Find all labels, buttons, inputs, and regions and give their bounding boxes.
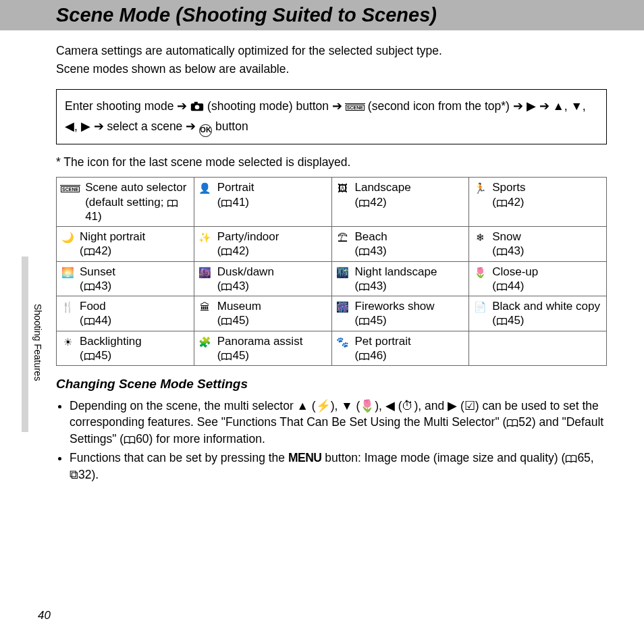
navigation-instructions: Enter shooting mode ➔ (shooting mode) bu… <box>56 89 607 144</box>
scene-mode-table: SCENEScene auto selector (default settin… <box>56 177 607 366</box>
scene-cell: 🌃Night landscape(43) <box>331 261 469 296</box>
scene-cell: 📄Black and white copy (45) <box>469 296 607 331</box>
scene-cell: ✨Party/indoor(42) <box>194 227 331 262</box>
intro: Camera settings are automatically optimi… <box>56 43 607 77</box>
scene-mode-icon: SCENE <box>346 105 365 111</box>
scene-cell: ☀Backlighting(45) <box>57 331 194 366</box>
scene-cell: 🌆Dusk/dawn(43) <box>194 261 331 296</box>
scene-cell: SCENEScene auto selector (default settin… <box>57 178 194 227</box>
scene-cell: 👤Portrait(41) <box>194 178 331 227</box>
menu-button-label: MENU <box>288 451 322 464</box>
ok-button-icon: OK <box>199 124 212 137</box>
scene-cell: 🎆Fireworks show(45) <box>331 296 469 331</box>
side-section-tab: Shooting Features <box>22 257 49 432</box>
scene-cell: 🧩Panorama assist(45) <box>194 331 331 366</box>
settings-bullets: Depending on the scene, the multi select… <box>70 398 607 483</box>
scene-cell: 🖼Landscape(42) <box>331 178 469 227</box>
scene-cell: 🌷Close-up(44) <box>469 261 607 296</box>
scene-cell: 🍴Food(44) <box>57 296 194 331</box>
scene-cell: 🏃Sports(42) <box>469 178 607 227</box>
page-number: 40 <box>38 609 51 622</box>
page-title: Scene Mode (Shooting Suited to Scenes) <box>0 0 644 30</box>
scene-cell: 🏛Museum(45) <box>194 296 331 331</box>
footnote: * The icon for the last scene mode selec… <box>56 154 607 171</box>
scene-cell: 🌙Night portrait(42) <box>57 227 194 262</box>
scene-cell: 🐾Pet portrait(46) <box>331 331 469 366</box>
scene-cell <box>469 331 607 366</box>
scene-cell: ⛱Beach(43) <box>331 227 469 262</box>
subheading: Changing Scene Mode Settings <box>56 375 607 394</box>
scene-cell: 🌅Sunset(43) <box>57 261 194 296</box>
camera-icon <box>190 101 204 111</box>
scene-cell: ❄Snow(43) <box>469 227 607 262</box>
